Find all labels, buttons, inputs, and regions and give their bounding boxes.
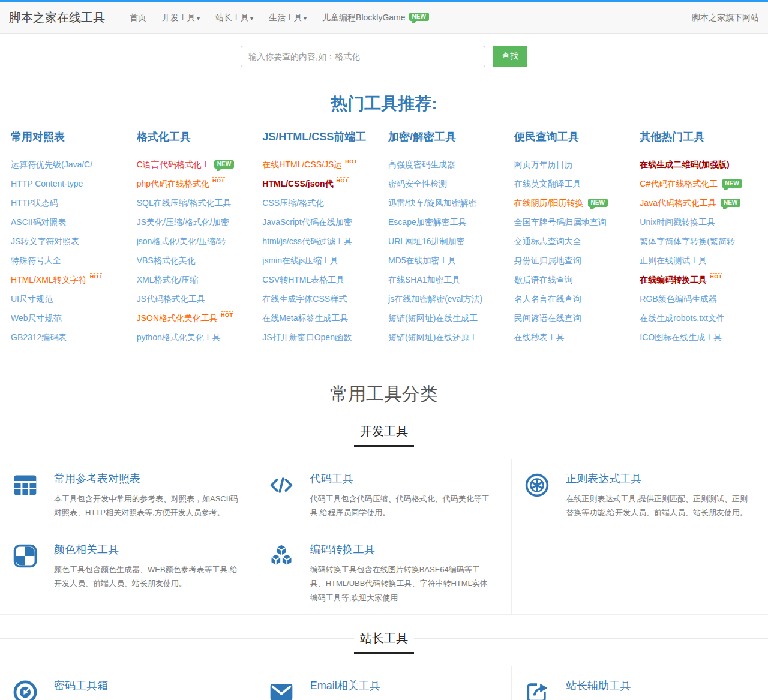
nav-item-webmaster-tools[interactable]: 站长工具▾: [215, 12, 253, 23]
tool-link[interactable]: Unix时间戳转换工具: [640, 217, 715, 227]
new-badge: NEW: [721, 199, 740, 207]
tool-link[interactable]: Java代码格式化工具: [640, 198, 716, 208]
brand-logo[interactable]: 脚本之家在线工具: [9, 10, 105, 26]
tool-link[interactable]: JavaScript代码在线加密: [262, 217, 352, 227]
hot-badge: HOT: [710, 273, 722, 280]
cards-grid: 常用参考表对照表本工具包含开发中常用的参考表、对照表，如ASCII码对照表、HT…: [0, 459, 768, 615]
hot-column-other-hot-tools: 其他热门工具在线生成二维码(加强版)C#代码在线格式化工NEWJava代码格式化…: [640, 124, 757, 347]
tool-link[interactable]: JS转义字符对照表: [11, 236, 79, 246]
tool-link[interactable]: Escape加密解密工具: [388, 217, 467, 227]
nav-item-dev-tools[interactable]: 开发工具▾: [162, 12, 200, 23]
tool-link[interactable]: 高强度密码生成器: [388, 160, 455, 169]
card-title-link[interactable]: 编码转换工具: [310, 542, 375, 557]
tool-link[interactable]: CSS压缩/格式化: [262, 198, 324, 208]
card-title-link[interactable]: 颜色相关工具: [54, 542, 119, 557]
tool-link[interactable]: XML格式化/压缩: [137, 275, 199, 284]
tool-link[interactable]: 在线秒表工具: [514, 332, 565, 342]
tool-link[interactable]: 在线生成robots.txt文件: [640, 313, 725, 323]
tool-link-row: JS代码格式化工具: [137, 289, 254, 308]
tool-link[interactable]: HTTP状态码: [11, 198, 58, 208]
tool-link[interactable]: js在线加密解密(eval方法): [388, 294, 482, 304]
hot-badge: HOT: [212, 177, 225, 184]
tool-link[interactable]: HTML/CSS/json代: [262, 179, 333, 188]
card-title-link[interactable]: Email相关工具: [310, 678, 380, 693]
cards-grid: 密码工具箱密码工具包含密码安全性检测、随机密码生成器、MD5密码破解等功能,给需…: [0, 666, 768, 700]
tool-link[interactable]: HTTP Content-type: [11, 179, 83, 188]
tool-link[interactable]: JS打开新窗口Open函数: [262, 332, 352, 342]
tool-link[interactable]: UI尺寸规范: [11, 294, 53, 304]
nav-link-life-tools[interactable]: 生活工具: [269, 13, 302, 22]
tool-link[interactable]: 全国车牌号码归属地查询: [514, 217, 607, 227]
tool-link[interactable]: 交通标志查询大全: [514, 236, 581, 246]
tool-link[interactable]: HTML/XML转义字符: [11, 275, 87, 284]
tool-link[interactable]: Web尺寸规范: [11, 313, 62, 323]
tool-link-row: VBS格式化美化: [137, 251, 254, 270]
group-dev-tools-group: 开发工具常用参考表对照表本工具包含开发中常用的参考表、对照表，如ASCII码对照…: [0, 423, 768, 615]
tool-link[interactable]: 特殊符号大全: [11, 256, 61, 265]
family-sites-link[interactable]: 脚本之家旗下网站: [692, 13, 759, 23]
tool-link[interactable]: GB2312编码表: [11, 332, 67, 342]
tool-link[interactable]: 在线编码转换工具: [640, 275, 707, 284]
tool-link[interactable]: html/js/css代码过滤工具: [262, 236, 352, 246]
group-title-text: 站长工具: [354, 630, 414, 654]
tool-link[interactable]: 民间谚语在线查询: [514, 313, 581, 323]
tool-link[interactable]: 短链(短网址)在线生成工: [388, 313, 478, 323]
card-description: 编码转换工具包含在线图片转换BASE64编码等工具、HTML/UBB代码转换工具…: [310, 563, 495, 605]
tool-link[interactable]: 歇后语在线查询: [514, 275, 573, 284]
card-title-link[interactable]: 正则表达式工具: [566, 471, 641, 486]
tool-link[interactable]: 在线SHA1加密工具: [388, 275, 461, 284]
tool-link[interactable]: CSV转HTML表格工具: [262, 275, 344, 284]
tool-link[interactable]: 在线生成二维码(加强版): [640, 160, 729, 169]
tool-link[interactable]: python格式化美化工具: [137, 332, 221, 342]
card-title-link[interactable]: 站长辅助工具: [566, 678, 631, 693]
tool-link[interactable]: 密码安全性检测: [388, 179, 447, 188]
card-title-link[interactable]: 密码工具箱: [54, 678, 108, 693]
card-description: 颜色工具包含颜色生成器、WEB颜色参考表等工具,给开发人员、前端人员、站长朋友使…: [54, 563, 239, 591]
nav-item-blockly-game[interactable]: 儿童编程BlocklyGameNEW: [322, 12, 429, 23]
search-input[interactable]: [241, 46, 485, 67]
nav-item-home[interactable]: 首页: [130, 12, 146, 23]
tool-link[interactable]: JS代码格式化工具: [137, 294, 205, 304]
nav-link-dev-tools[interactable]: 开发工具: [162, 13, 196, 22]
tool-link[interactable]: 在线英文翻译工具: [514, 179, 581, 188]
tool-link[interactable]: 在线Meta标签生成工具: [262, 313, 348, 323]
card-title-link[interactable]: 常用参考表对照表: [54, 471, 140, 486]
tool-link[interactable]: 繁体字简体字转换(繁简转: [640, 236, 735, 246]
tool-link[interactable]: ASCII码对照表: [11, 217, 67, 227]
tool-link[interactable]: 身份证归属地查询: [514, 256, 581, 265]
card-description: 在线正则表达式工具,提供正则匹配、正则测试、正则替换等功能,给开发人员、前端人员…: [566, 492, 751, 520]
tool-link[interactable]: 短链(短网址)在线还原工: [388, 332, 478, 342]
tool-link-row: XML格式化/压缩: [137, 270, 254, 289]
tool-link[interactable]: jsmin在线js压缩工具: [262, 256, 338, 265]
tool-link[interactable]: ICO图标在线生成工具: [640, 332, 722, 342]
tool-link[interactable]: SQL在线压缩/格式化工具: [137, 198, 232, 208]
tool-link[interactable]: 网页万年历日历: [514, 160, 573, 169]
hot-column-frontend-tools: JS/HTML/CSS前端工在线HTML/CSS/JS运HOTHTML/CSS/…: [262, 124, 380, 347]
tool-link[interactable]: 正则在线测试工具: [640, 256, 707, 265]
tool-link[interactable]: MD5在线加密工具: [388, 256, 457, 265]
tool-link[interactable]: 名人名言在线查询: [514, 294, 581, 304]
nav-link-webmaster-tools[interactable]: 站长工具: [215, 13, 249, 22]
card-title-link[interactable]: 代码工具: [310, 471, 353, 486]
tool-link[interactable]: RGB颜色编码生成器: [640, 294, 716, 304]
tool-link[interactable]: 在线生成字体CSS样式: [262, 294, 347, 304]
tool-link[interactable]: json格式化/美化/压缩/转: [137, 236, 226, 246]
tool-link-row: 在线HTML/CSS/JS运HOT: [262, 155, 380, 174]
tool-link-row: 在线秒表工具: [514, 328, 632, 347]
nav-link-home[interactable]: 首页: [130, 13, 146, 22]
tool-link[interactable]: JS美化/压缩/格式化/加密: [137, 217, 229, 227]
tool-link[interactable]: C语言代码格式化工: [137, 160, 210, 169]
tool-link[interactable]: php代码在线格式化: [137, 179, 209, 188]
tool-link[interactable]: URL网址16进制加密: [388, 236, 465, 246]
tool-link[interactable]: 在线阴历/阳历转换: [514, 198, 584, 208]
tool-link[interactable]: 迅雷/快车/旋风加密解密: [388, 198, 477, 208]
tool-link[interactable]: JSON格式化美化工具: [137, 313, 218, 323]
tool-link[interactable]: VBS格式化美化: [137, 256, 196, 265]
search-button[interactable]: 查找: [493, 46, 527, 67]
tool-link[interactable]: 运算符优先级(Java/C/: [11, 160, 92, 169]
tool-link[interactable]: 在线HTML/CSS/JS运: [262, 160, 342, 169]
nav-item-life-tools[interactable]: 生活工具▾: [269, 12, 307, 23]
nav-link-blockly-game[interactable]: 儿童编程BlocklyGame: [322, 13, 405, 22]
tool-link-row: C语言代码格式化工NEW: [137, 155, 254, 174]
tool-link[interactable]: C#代码在线格式化工: [640, 179, 718, 188]
